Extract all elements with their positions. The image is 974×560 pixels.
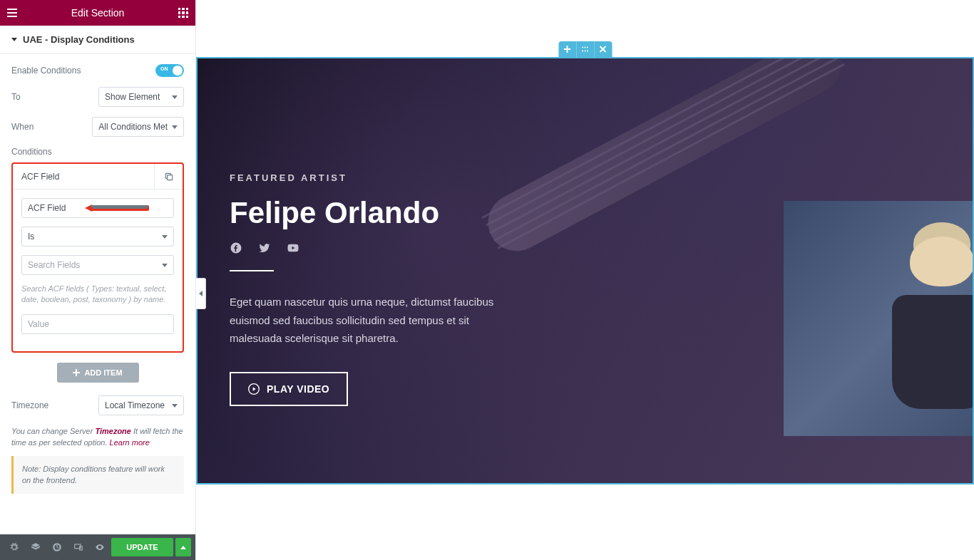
search-fields-select[interactable]: Search Fields <box>21 255 174 275</box>
preview-icon[interactable] <box>90 537 110 557</box>
divider <box>230 270 274 271</box>
settings-icon[interactable] <box>4 537 24 557</box>
learn-more-link[interactable]: Learn more <box>110 438 150 447</box>
svg-point-3 <box>582 47 583 48</box>
sidebar-title: Edit Section <box>71 7 125 19</box>
play-icon <box>248 383 260 395</box>
hero-section[interactable]: FEATURED ARTIST Felipe Orlando Eget quam… <box>196 57 974 484</box>
editor-sidebar: Edit Section UAE - Display Conditions En… <box>0 0 196 560</box>
artist-image <box>784 201 974 436</box>
history-icon[interactable] <box>47 537 67 557</box>
canvas: FEATURED ARTIST Felipe Orlando Eget quam… <box>196 0 974 560</box>
section-toolbar <box>558 41 612 57</box>
timezone-note: You can change Server Timezone It will f… <box>11 425 184 449</box>
when-select[interactable]: All Conditions Met <box>92 117 184 137</box>
section-accordion-header[interactable]: UAE - Display Conditions <box>0 26 195 54</box>
svg-rect-0 <box>167 175 172 180</box>
search-fields-help: Search ACF fields ( Types: textual, sele… <box>21 284 174 306</box>
copy-icon[interactable] <box>154 164 183 189</box>
twitter-icon[interactable] <box>258 242 271 254</box>
svg-point-6 <box>582 51 583 52</box>
timezone-label: Timezone <box>11 400 48 410</box>
play-video-button[interactable]: PLAY VIDEO <box>230 372 348 406</box>
timezone-link[interactable]: Timezone <box>95 427 131 435</box>
to-label: To <box>11 92 21 102</box>
condition-header-label: ACF Field <box>13 172 154 182</box>
close-section-button[interactable] <box>594 41 612 57</box>
enable-conditions-label: Enable Conditions <box>11 66 81 76</box>
layers-icon[interactable] <box>26 537 46 557</box>
grid-icon[interactable] <box>178 8 188 18</box>
svg-point-7 <box>585 51 586 52</box>
update-button[interactable]: UPDATE <box>111 538 173 556</box>
svg-point-4 <box>585 47 586 48</box>
plus-icon <box>73 369 80 376</box>
responsive-icon[interactable] <box>68 537 88 557</box>
operator-select[interactable]: Is <box>21 227 174 247</box>
enable-conditions-toggle[interactable]: ON <box>155 64 184 77</box>
sidebar-footer: UPDATE <box>0 534 195 560</box>
add-section-button[interactable] <box>558 41 576 57</box>
when-label: When <box>11 122 34 132</box>
svg-point-5 <box>587 47 588 48</box>
overline-text: FEATURED ARTIST <box>230 172 497 183</box>
value-input[interactable] <box>21 314 174 334</box>
acf-field-select[interactable]: ACF Field <box>21 198 174 218</box>
collapse-sidebar-tab[interactable] <box>196 278 206 309</box>
timezone-select[interactable]: Local Timezone <box>98 395 184 415</box>
conditions-label: Conditions <box>11 147 184 157</box>
hero-description: Eget quam nascetur quis urna neque, dict… <box>230 293 497 348</box>
facebook-icon[interactable] <box>230 242 242 254</box>
update-dropdown[interactable] <box>175 538 191 556</box>
panel-body: Enable Conditions ON To Show Element Whe… <box>0 54 195 534</box>
svg-point-8 <box>587 51 588 52</box>
hero-title: Felipe Orlando <box>230 196 497 230</box>
social-icons <box>230 242 497 254</box>
section-title-label: UAE - Display Conditions <box>23 34 135 45</box>
drag-section-button[interactable] <box>576 41 594 57</box>
condition-item: ACF Field ACF Field Is Search Fields Sea… <box>11 162 184 353</box>
hamburger-icon[interactable] <box>7 9 17 17</box>
hero-content: FEATURED ARTIST Felipe Orlando Eget quam… <box>198 58 497 406</box>
notice-box: Note: Display conditions feature will wo… <box>11 456 184 494</box>
to-select[interactable]: Show Element <box>98 87 184 107</box>
condition-header[interactable]: ACF Field <box>13 164 183 190</box>
chevron-down-icon <box>11 38 17 41</box>
sidebar-header: Edit Section <box>0 0 195 26</box>
add-item-button[interactable]: ADD ITEM <box>57 363 139 383</box>
youtube-icon[interactable] <box>287 242 299 254</box>
